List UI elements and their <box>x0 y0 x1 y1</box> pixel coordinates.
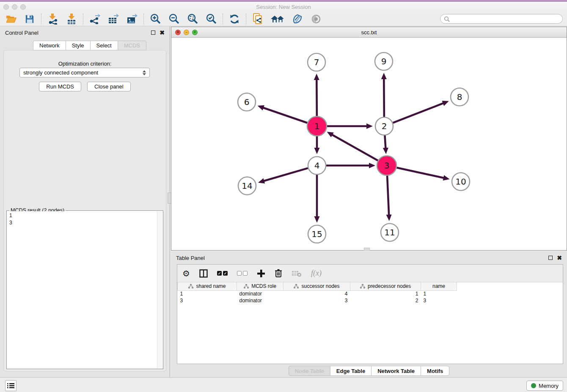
graph-edge-1-6[interactable] <box>263 108 307 123</box>
tab-mcds[interactable]: MCDS <box>118 41 146 50</box>
close-panel-button[interactable]: Close panel <box>87 82 131 91</box>
cell-name[interactable]: 1 <box>421 290 457 297</box>
delete-table-icon <box>292 270 302 277</box>
table-row[interactable]: 3 dominator 3 2 3 <box>178 297 457 304</box>
column-header-predecessor-nodes[interactable]: predecessor nodes <box>350 282 421 290</box>
graph-edge-3-1[interactable] <box>332 135 378 161</box>
task-history-button[interactable] <box>5 380 17 391</box>
memory-status-icon <box>531 383 536 388</box>
search-box[interactable] <box>440 14 563 24</box>
dropdown-selected-value: strongly connected component <box>23 69 98 76</box>
column-header-successor-nodes[interactable]: successor nodes <box>284 282 350 290</box>
graph-node-label-1: 1 <box>314 121 320 131</box>
cell-predecessor-nodes[interactable]: 1 <box>350 290 421 297</box>
column-header-shared-name[interactable]: shared name <box>178 282 237 290</box>
import-network-button[interactable] <box>47 14 59 25</box>
hide-eye-button[interactable] <box>310 14 322 25</box>
graph-edge-2-9[interactable] <box>384 78 384 117</box>
select-all-button[interactable]: ✓ ✓ <box>217 271 228 276</box>
graph-edge-2-3[interactable] <box>385 135 385 149</box>
graph-edge-3-10[interactable] <box>396 168 444 178</box>
attribute-tree-icon <box>360 284 365 289</box>
duplicate-network-button[interactable] <box>252 14 264 25</box>
graph-edge-4-14[interactable] <box>263 168 308 181</box>
graph-edge-3-11[interactable] <box>387 176 389 215</box>
cell-mcds-role[interactable]: dominator <box>237 297 284 304</box>
add-column-button[interactable] <box>257 269 265 278</box>
table-settings-button[interactable]: ⚙ <box>182 269 190 278</box>
main-toolbar <box>0 12 567 26</box>
graph-edge-2-8[interactable] <box>393 103 444 123</box>
export-table-button[interactable] <box>107 14 119 25</box>
export-image-button[interactable] <box>126 14 138 25</box>
show-columns-button[interactable] <box>199 269 208 278</box>
cell-shared-name[interactable]: 3 <box>178 297 237 304</box>
tab-network-table[interactable]: Network Table <box>371 366 421 376</box>
export-network-button[interactable] <box>89 14 101 25</box>
window-title: Session: New Session <box>0 4 567 10</box>
optimization-criterion-select[interactable]: strongly connected component <box>19 68 150 77</box>
graph-edge-arrowhead <box>314 148 320 154</box>
save-session-button[interactable] <box>24 14 36 25</box>
mcds-result-box: MCDS result (2 nodes) 1 3 <box>6 210 163 369</box>
zoom-selected-button[interactable] <box>205 14 217 25</box>
mcds-result-text[interactable]: 1 3 <box>7 211 157 368</box>
column-header-name[interactable]: name <box>421 282 457 290</box>
zoom-in-button[interactable] <box>149 14 161 25</box>
graph-edge-arrowhead <box>314 74 319 80</box>
delete-column-button[interactable] <box>275 269 282 278</box>
mcds-result-line: 3 <box>9 219 155 226</box>
optimization-criterion-label: Optimization criterion: <box>4 61 166 67</box>
delete-table-button[interactable] <box>292 270 302 277</box>
network-window-title: scc.txt <box>171 29 567 36</box>
network-split-handle[interactable] <box>364 248 370 251</box>
float-table-panel-icon[interactable] <box>548 256 553 260</box>
checked-box-icon: ✓ <box>223 271 228 276</box>
graph-node-label-8: 8 <box>457 92 462 102</box>
network-canvas-svg[interactable]: 7968124314101511 <box>171 38 567 251</box>
table-panel-content: ⚙ ✓ ✓ <box>177 264 563 364</box>
cell-name[interactable]: 3 <box>421 297 457 304</box>
tab-network[interactable]: Network <box>33 41 66 50</box>
table-panel-header: Table Panel ✖ <box>171 251 567 264</box>
tab-motifs[interactable]: Motifs <box>421 366 449 376</box>
float-panel-icon[interactable] <box>151 30 155 35</box>
refresh-button[interactable] <box>228 14 240 25</box>
zoom-fit-button[interactable] <box>187 14 198 25</box>
network-canvas[interactable]: 7968124314101511 <box>171 38 567 250</box>
tab-select[interactable]: Select <box>90 41 118 50</box>
run-mcds-button[interactable]: Run MCDS <box>39 82 81 91</box>
open-folder-icon <box>6 14 17 23</box>
control-panel: Control Panel ✖ Network Style Select MCD… <box>0 26 170 377</box>
close-table-panel-icon[interactable]: ✖ <box>557 254 562 261</box>
tab-node-table[interactable]: Node Table <box>289 366 330 376</box>
table-toolbar: ⚙ ✓ ✓ <box>177 265 563 282</box>
table-panel-title: Table Panel <box>176 255 205 261</box>
mcds-result-scrollbar[interactable] <box>157 211 162 368</box>
cell-predecessor-nodes[interactable]: 2 <box>350 297 421 304</box>
cell-shared-name[interactable]: 1 <box>178 290 237 297</box>
cell-successor-nodes[interactable]: 3 <box>284 297 350 304</box>
deselect-all-button[interactable] <box>237 271 248 276</box>
save-icon <box>25 14 34 24</box>
function-builder-button[interactable]: f(x) <box>311 269 322 278</box>
tab-edge-table[interactable]: Edge Table <box>330 366 371 376</box>
import-table-button[interactable] <box>66 14 77 25</box>
tab-style[interactable]: Style <box>66 41 90 50</box>
memory-button[interactable]: Memory <box>526 381 563 391</box>
table-row[interactable]: 1 dominator 4 1 1 <box>178 290 457 297</box>
column-header-mcds-role[interactable]: MCDS role <box>237 282 284 290</box>
graph-edge-arrowhead <box>314 216 320 223</box>
checked-box-icon: ✓ <box>217 271 222 276</box>
graph-node-label-11: 11 <box>384 227 395 237</box>
cell-successor-nodes[interactable]: 4 <box>284 290 350 297</box>
network-window-titlebar[interactable]: ✕ – + scc.txt <box>171 27 567 38</box>
zoom-out-button[interactable] <box>168 14 180 25</box>
first-neighbors-button[interactable] <box>270 14 285 25</box>
cell-mcds-role[interactable]: dominator <box>237 290 284 297</box>
style-preview-button[interactable] <box>292 14 303 25</box>
close-panel-icon[interactable]: ✖ <box>160 29 165 36</box>
search-input[interactable] <box>452 16 559 22</box>
graph-edge-1-7[interactable] <box>317 79 317 116</box>
open-file-button[interactable] <box>5 14 17 25</box>
